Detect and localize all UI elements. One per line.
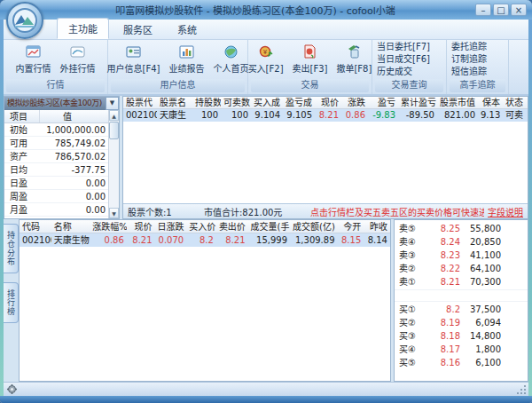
header-cell: 股票代 (123, 97, 157, 108)
sell-level-row[interactable]: 卖② 8.22 64,100 (395, 262, 528, 275)
cell: 100 (221, 109, 251, 122)
item-value: 1,000,000.00 (40, 123, 108, 136)
user-info-button[interactable]: 用户信息[F4] (105, 43, 163, 76)
buy-level-row[interactable]: 买② 8.19 6,094 (395, 316, 528, 329)
holdings-panel: 股票代 股票名 持股数 可卖数 买入成 盈亏成 现价 涨跌 盈亏 累计盈亏 股票… (122, 96, 528, 219)
market-value-total: 市值合计:821.00元 (204, 205, 310, 218)
account-row[interactable]: 周盈 0.00 (4, 190, 108, 203)
side-tab-ranking[interactable]: 排行榜 (4, 282, 19, 323)
header-cell: 可卖数 (221, 97, 251, 108)
buy-level-row[interactable]: 买③ 8.18 14,800 (395, 329, 528, 343)
tab-service-area[interactable]: 服务区 (113, 20, 163, 39)
account-scrollbar[interactable]: ▲ ▼ (108, 110, 119, 218)
level-label: 卖② (395, 262, 421, 275)
sell-level-row[interactable]: 卖⑤ 8.25 55,800 (395, 222, 528, 235)
level-label: 买① (395, 303, 421, 316)
group-label-trade: 交易 (251, 79, 369, 92)
close-button[interactable]: × (511, 4, 527, 16)
account-row[interactable]: 月盈 0.00 (4, 203, 108, 217)
gear-icon[interactable] (7, 384, 17, 394)
today-deals-button[interactable]: 当日成交[F6] (377, 53, 442, 66)
sell-level-row[interactable]: 卖④ 8.24 20,850 (395, 235, 528, 249)
header-cell: 买入价 (186, 220, 216, 233)
sell-level-row[interactable]: 卖③ 8.23 41,100 (395, 249, 528, 262)
custom-track-button[interactable]: 订制追踪 (451, 53, 504, 66)
level-price: 8.18 (421, 329, 460, 343)
level-label: 卖③ (395, 249, 421, 262)
header-cell: 成交额(亿) (290, 220, 337, 233)
cell-stock-name: 天康生 (157, 109, 192, 122)
sell-level-row[interactable]: 卖① 8.21 70,300 (395, 275, 528, 288)
item-value: 786,570.02 (40, 150, 108, 162)
scroll-down-icon[interactable]: ▼ (109, 208, 119, 218)
level-label: 卖① (395, 275, 421, 288)
report-chart-icon (179, 44, 194, 59)
app-logo-icon[interactable] (6, 2, 43, 39)
cancel-order-button[interactable]: 撤单[F8] (333, 43, 374, 76)
account-row[interactable]: 可用 785,749.02 (4, 137, 108, 150)
header-cell: 盈亏 (368, 97, 398, 108)
buy-level-row[interactable]: 买④ 8.17 1,800 (395, 343, 528, 356)
header-cell: 盈亏成 (283, 97, 315, 108)
account-row[interactable]: 初始 1,000,000.00 (4, 123, 108, 137)
ribbon-group-expert-track: 委托追踪 订制追踪 短信追踪 高手追踪 (447, 40, 509, 94)
cell-current-price: 8.21 (315, 109, 341, 122)
level-label: 买② (395, 316, 421, 329)
minimize-button[interactable]: – (475, 4, 491, 16)
sell-button[interactable]: 卖出[F3] (290, 43, 331, 76)
history-deals-button[interactable]: 历史成交 (377, 66, 442, 78)
window-frame-right (528, 20, 532, 396)
level-price: 8.22 (421, 262, 460, 275)
external-quotes-button[interactable]: 外挂行情 (58, 43, 98, 76)
button-label: 卖出[F3] (293, 61, 328, 75)
account-selector[interactable]: 模拟炒股练习区(本金100万) ▼ (4, 97, 119, 110)
account-selector-value: 模拟炒股练习区(本金100万) (4, 97, 106, 110)
mountain-logo-icon (12, 7, 38, 34)
level-volume: 6,094 (460, 316, 501, 329)
title-bar: 叩富网模拟炒股软件 - 模拟炒股练习区(本金100万) - cofool小端 –… (0, 0, 532, 20)
level-volume: 70,300 (460, 275, 501, 288)
item-label: 资产 (4, 150, 40, 162)
resize-grip[interactable] (516, 384, 527, 395)
account-row[interactable]: 日均 -377.75 (4, 163, 108, 177)
button-label: 内置行情 (16, 61, 51, 75)
quote-panel: 代码 名称 涨跌幅% 现价 日涨跌 买入价 卖出价 成交量(手) 成交额(亿) … (19, 219, 391, 382)
item-label: 日均 (4, 163, 40, 176)
window-controls: – □ × (475, 4, 527, 16)
cell-change-percent: 0.86 (90, 233, 127, 247)
external-quotes-icon (70, 44, 85, 59)
buy-icon: ¥ (258, 44, 273, 59)
item-label: 初始 (4, 123, 40, 136)
button-label: 买入[F2] (248, 61, 284, 75)
ribbon-filler (509, 40, 528, 94)
header-cell: 成交量(手) (248, 220, 291, 233)
performance-report-button[interactable]: 业绩报告 (166, 43, 207, 76)
buy-button[interactable]: ¥ 买入[F2] (246, 43, 286, 76)
header-cell: 股票名 (157, 97, 192, 108)
tab-system[interactable]: 系统 (167, 20, 207, 39)
account-row[interactable]: 日盈 0.00 (4, 177, 108, 190)
account-panel: 模拟炒股练习区(本金100万) ▼ 项目 值 初始 1,000,000.00 可… (4, 96, 120, 219)
level-volume: 41,100 (460, 249, 501, 262)
tab-main-functions[interactable]: 主功能 (57, 18, 109, 39)
trade-hint-text: 点击行情栏及买五卖五区的买卖价格可快速进行买卖 (310, 205, 484, 218)
order-track-button[interactable]: 委托追踪 (451, 41, 504, 53)
today-orders-button[interactable]: 当日委托[F7] (377, 41, 442, 53)
buy-level-row[interactable]: 买① 8.2 37,500 (395, 303, 528, 316)
scrollbar-track[interactable] (109, 121, 119, 208)
holdings-row[interactable]: 002100 天康生 100 100 9.104 9.105 8.21 0.86… (123, 109, 528, 122)
quote-row[interactable]: 002100 天康生物 0.86 8.21 0.070 8.2 8.21 15,… (20, 233, 390, 247)
scroll-up-icon[interactable]: ▲ (109, 110, 119, 121)
chevron-down-icon[interactable]: ▼ (106, 97, 119, 110)
buy-level-row[interactable]: 买⑤ 8.16 6,100 (395, 356, 528, 369)
scrollbar-thumb[interactable] (109, 122, 119, 139)
sms-track-button[interactable]: 短信追踪 (451, 66, 504, 78)
user-card-icon (126, 44, 141, 59)
field-description-link[interactable]: 字段说明 (488, 205, 523, 218)
account-row[interactable]: 资产 786,570.02 (4, 150, 108, 163)
app-window: 叩富网模拟炒股软件 - 模拟炒股练习区(本金100万) - cofool小端 –… (0, 0, 532, 403)
maximize-button[interactable]: □ (493, 4, 509, 16)
level-volume: 14,800 (460, 329, 501, 343)
side-tab-positions[interactable]: 持仓分布 (4, 224, 19, 273)
builtin-quotes-button[interactable]: 内置行情 (13, 43, 54, 76)
